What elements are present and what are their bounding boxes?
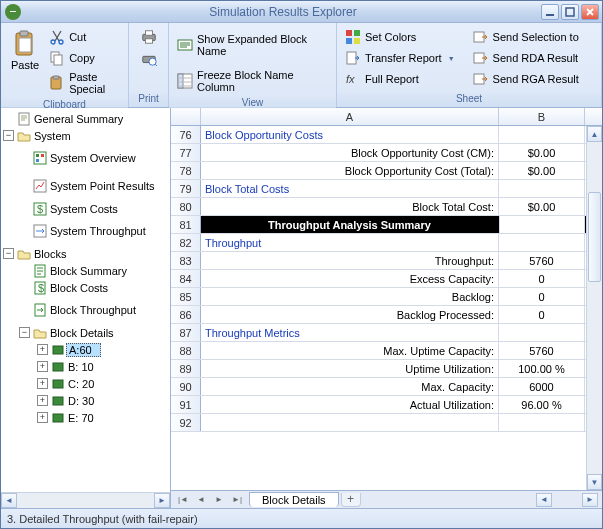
set-colors-button[interactable]: Set Colors bbox=[341, 27, 459, 47]
row-header[interactable]: 87 bbox=[171, 324, 201, 341]
cell-b[interactable] bbox=[499, 126, 585, 143]
tree-item-a60[interactable]: + A:60 bbox=[1, 341, 170, 358]
cell-a[interactable]: Uptime Utilization: bbox=[201, 360, 499, 377]
result-tree[interactable]: General Summary − System System Overview… bbox=[1, 108, 170, 492]
row-header[interactable]: 82 bbox=[171, 234, 201, 251]
grid-row[interactable]: 81Throughput Analysis Summary bbox=[171, 216, 586, 234]
column-header-b[interactable]: B bbox=[499, 108, 585, 125]
cell-a[interactable]: Max. Uptime Capacity: bbox=[201, 342, 499, 359]
cell-b[interactable] bbox=[499, 234, 585, 251]
select-all-corner[interactable] bbox=[171, 108, 201, 125]
scroll-right-button[interactable]: ► bbox=[154, 493, 170, 508]
cell-a[interactable]: Block Opportunity Cost (CM): bbox=[201, 144, 499, 161]
cell-a[interactable]: Backlog Processed: bbox=[201, 306, 499, 323]
cell-a[interactable]: Throughput: bbox=[201, 252, 499, 269]
row-header[interactable]: 91 bbox=[171, 396, 201, 413]
send-selection-button[interactable]: Send Selection to bbox=[469, 27, 583, 47]
row-header[interactable]: 76 bbox=[171, 126, 201, 143]
full-report-button[interactable]: fx Full Report bbox=[341, 69, 459, 89]
grid-row[interactable]: 77Block Opportunity Cost (CM):$0.00 bbox=[171, 144, 586, 162]
tree-item-c20[interactable]: + C: 20 bbox=[1, 375, 170, 392]
grid-row[interactable]: 76Block Opportunity Costs bbox=[171, 126, 586, 144]
grid-row[interactable]: 84Excess Capacity:0 bbox=[171, 270, 586, 288]
hscroll-right-button[interactable]: ► bbox=[582, 493, 598, 507]
cell-a[interactable]: Actual Utilization: bbox=[201, 396, 499, 413]
cell-b[interactable]: 6000 bbox=[499, 378, 585, 395]
row-header[interactable]: 80 bbox=[171, 198, 201, 215]
tab-first-button[interactable]: |◄ bbox=[175, 493, 191, 507]
tree-item-b10[interactable]: + B: 10 bbox=[1, 358, 170, 375]
cell-b[interactable]: $0.00 bbox=[499, 162, 585, 179]
tree-item-general-summary[interactable]: General Summary bbox=[1, 110, 170, 127]
tree-item-block-throughput[interactable]: Block Throughput bbox=[1, 296, 170, 324]
tree-item-block-costs[interactable]: $ Block Costs bbox=[1, 279, 170, 296]
cell-a[interactable]: Block Opportunity Cost (Total): bbox=[201, 162, 499, 179]
close-button[interactable] bbox=[581, 4, 599, 20]
tree-item-blocks[interactable]: − Blocks bbox=[1, 245, 170, 262]
print-preview-button[interactable] bbox=[141, 51, 157, 67]
cell-b[interactable]: 96.00 % bbox=[499, 396, 585, 413]
row-header[interactable]: 78 bbox=[171, 162, 201, 179]
paste-button[interactable]: Paste bbox=[5, 25, 45, 75]
sheet-tab-block-details[interactable]: Block Details bbox=[249, 492, 339, 507]
freeze-block-name-column-button[interactable]: Freeze Block Name Column bbox=[173, 67, 332, 95]
cell-a[interactable]: Throughput Metrics bbox=[201, 324, 499, 341]
cell-b[interactable] bbox=[499, 414, 585, 431]
cell-b[interactable]: $0.00 bbox=[499, 198, 585, 215]
copy-button[interactable]: Copy bbox=[45, 48, 124, 68]
expand-icon[interactable]: + bbox=[37, 412, 48, 423]
row-header[interactable]: 86 bbox=[171, 306, 201, 323]
cell-a[interactable]: Block Total Costs bbox=[201, 180, 499, 197]
row-header[interactable]: 88 bbox=[171, 342, 201, 359]
cell-a[interactable]: Block Opportunity Costs bbox=[201, 126, 499, 143]
cell-a[interactable]: Block Total Cost: bbox=[201, 198, 499, 215]
row-header[interactable]: 79 bbox=[171, 180, 201, 197]
tree-item-e70[interactable]: + E: 70 bbox=[1, 409, 170, 426]
row-header[interactable]: 85 bbox=[171, 288, 201, 305]
grid-row[interactable]: 80Block Total Cost:$0.00 bbox=[171, 198, 586, 216]
grid-row[interactable]: 90Max. Capacity:6000 bbox=[171, 378, 586, 396]
expand-icon[interactable]: + bbox=[37, 344, 48, 355]
row-header[interactable]: 77 bbox=[171, 144, 201, 161]
minimize-button[interactable] bbox=[541, 4, 559, 20]
tab-last-button[interactable]: ►| bbox=[229, 493, 245, 507]
send-rga-button[interactable]: Send RGA Result bbox=[469, 69, 583, 89]
cell-b[interactable]: $0.00 bbox=[499, 144, 585, 161]
tree-item-system-overview[interactable]: System Overview bbox=[1, 144, 170, 172]
row-header[interactable]: 92 bbox=[171, 414, 201, 431]
hscroll-left-button[interactable]: ◄ bbox=[536, 493, 552, 507]
cell-a[interactable]: Backlog: bbox=[201, 288, 499, 305]
grid-row[interactable]: 83Throughput:5760 bbox=[171, 252, 586, 270]
cell-b[interactable]: 0 bbox=[499, 306, 585, 323]
grid-row[interactable]: 91Actual Utilization:96.00 % bbox=[171, 396, 586, 414]
cell-b[interactable] bbox=[499, 216, 585, 233]
row-header[interactable]: 84 bbox=[171, 270, 201, 287]
row-header[interactable]: 89 bbox=[171, 360, 201, 377]
cell-a[interactable]: Max. Capacity: bbox=[201, 378, 499, 395]
grid-row[interactable]: 79Block Total Costs bbox=[171, 180, 586, 198]
tree-item-d30[interactable]: + D: 30 bbox=[1, 392, 170, 409]
tree-item-block-details[interactable]: − Block Details bbox=[1, 324, 170, 341]
cell-b[interactable]: 5760 bbox=[499, 252, 585, 269]
tree-item-system[interactable]: − System bbox=[1, 127, 170, 144]
scroll-track[interactable] bbox=[587, 282, 602, 474]
grid-row[interactable]: 89Uptime Utilization:100.00 % bbox=[171, 360, 586, 378]
cell-b[interactable] bbox=[499, 180, 585, 197]
scroll-track[interactable] bbox=[17, 493, 154, 508]
grid-row[interactable]: 88Max. Uptime Capacity:5760 bbox=[171, 342, 586, 360]
tree-item-system-throughput[interactable]: System Throughput bbox=[1, 217, 170, 245]
tree-item-block-summary[interactable]: Block Summary bbox=[1, 262, 170, 279]
row-header[interactable]: 90 bbox=[171, 378, 201, 395]
cell-a[interactable]: Throughput Analysis Summary bbox=[201, 216, 499, 233]
collapse-icon[interactable]: − bbox=[3, 130, 14, 141]
collapse-icon[interactable]: − bbox=[19, 327, 30, 338]
expand-icon[interactable]: + bbox=[37, 378, 48, 389]
collapse-icon[interactable]: − bbox=[3, 248, 14, 259]
cut-button[interactable]: Cut bbox=[45, 27, 124, 47]
scroll-down-button[interactable]: ▼ bbox=[587, 474, 602, 490]
grid-rows[interactable]: 76Block Opportunity Costs77Block Opportu… bbox=[171, 126, 586, 490]
cell-b[interactable]: 0 bbox=[499, 270, 585, 287]
cell-b[interactable]: 0 bbox=[499, 288, 585, 305]
row-header[interactable]: 83 bbox=[171, 252, 201, 269]
send-rda-button[interactable]: Send RDA Result bbox=[469, 48, 583, 68]
